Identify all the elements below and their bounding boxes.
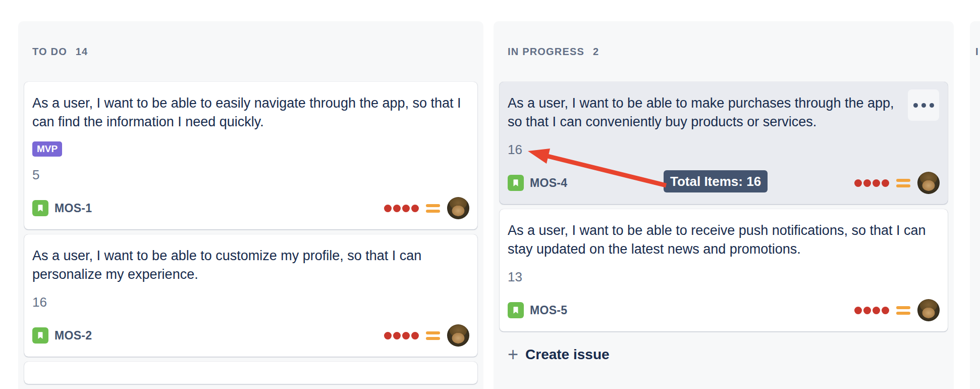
priority-dots-icon <box>384 205 419 212</box>
card-footer: MOS-5 <box>508 299 940 321</box>
assignee-avatar[interactable] <box>917 299 940 321</box>
create-issue-label: Create issue <box>525 347 610 363</box>
story-type-icon <box>508 175 524 191</box>
column-todo-count: 14 <box>76 46 88 57</box>
column-todo: TO DO 14 As a user, I want to be able to… <box>18 21 483 389</box>
priority-dots-icon <box>854 307 889 314</box>
priority-dots-icon <box>854 179 889 187</box>
card-partially-visible[interactable] <box>24 362 477 384</box>
card-mos-2[interactable]: As a user, I want to be able to customiz… <box>24 234 477 357</box>
card-mos-1[interactable]: As a user, I want to be able to easily n… <box>24 82 477 229</box>
issue-key: MOS-1 <box>55 202 92 215</box>
card-key-group: MOS-1 <box>32 200 92 216</box>
card-more-menu-button[interactable] <box>908 89 939 121</box>
create-issue-button[interactable]: + Create issue <box>500 342 948 368</box>
card-footer: MOS-2 <box>32 324 469 347</box>
card-meta-group <box>854 172 940 194</box>
plus-icon: + <box>508 346 518 364</box>
card-meta-group <box>854 299 940 321</box>
issue-key: MOS-5 <box>530 304 567 317</box>
card-title: As a user, I want to be able to make pur… <box>508 94 940 131</box>
card-meta-group <box>384 197 469 219</box>
column-in-progress-title: IN PROGRESS <box>508 46 584 57</box>
column-in-progress-header: IN PROGRESS 2 <box>508 46 954 57</box>
column-in-progress-count: 2 <box>593 46 599 57</box>
card-title: As a user, I want to be able to easily n… <box>32 94 469 131</box>
card-title: As a user, I want to be able to receive … <box>508 221 940 259</box>
card-key-group: MOS-5 <box>508 302 567 318</box>
column-in-progress-cards: As a user, I want to be able to make pur… <box>500 82 948 331</box>
label-mvp: MVP <box>32 141 62 157</box>
column-in-progress: IN PROGRESS 2 As a user, I want to be ab… <box>494 21 954 389</box>
card-key-group: MOS-4 <box>508 175 567 191</box>
card-labels: MVP <box>32 141 469 157</box>
card-mos-5[interactable]: As a user, I want to be able to receive … <box>500 209 948 331</box>
assignee-avatar[interactable] <box>447 324 469 347</box>
story-type-icon <box>32 327 48 344</box>
assignee-avatar[interactable] <box>447 197 469 219</box>
assignee-avatar[interactable] <box>917 172 940 194</box>
issue-key: MOS-4 <box>530 176 567 190</box>
card-key-group: MOS-2 <box>32 327 92 344</box>
estimate-value: 16 <box>508 142 940 157</box>
priority-medium-icon <box>896 179 910 187</box>
issue-key: MOS-2 <box>55 329 92 343</box>
priority-medium-icon <box>426 331 440 340</box>
estimate-value: 13 <box>508 270 940 284</box>
column-next-clipped: I <box>970 21 980 389</box>
priority-medium-icon <box>896 306 910 315</box>
card-meta-group <box>384 324 469 347</box>
column-todo-header: TO DO 14 <box>32 46 483 57</box>
estimate-value: 5 <box>32 168 469 182</box>
column-next-header-fragment: I <box>975 46 980 57</box>
card-title: As a user, I want to be able to customiz… <box>32 247 469 284</box>
story-type-icon <box>508 302 524 318</box>
column-todo-cards: As a user, I want to be able to easily n… <box>24 82 477 384</box>
estimate-value: 16 <box>32 295 469 309</box>
story-type-icon <box>32 200 48 216</box>
priority-dots-icon <box>384 332 419 339</box>
annotation-tooltip: Total Items: 16 <box>664 170 768 192</box>
column-todo-title: TO DO <box>32 46 67 57</box>
priority-medium-icon <box>426 204 440 213</box>
card-footer: MOS-1 <box>32 197 469 219</box>
